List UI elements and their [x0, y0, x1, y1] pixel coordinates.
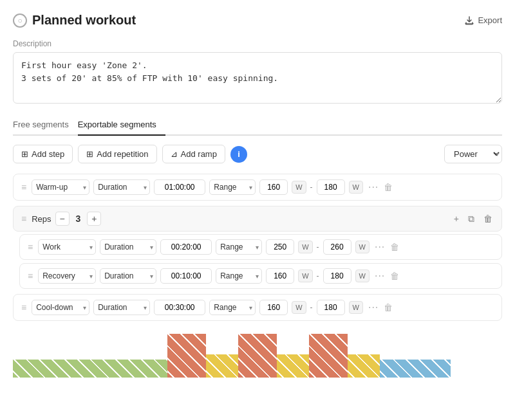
recovery-duration-select[interactable]: Duration — [100, 268, 156, 284]
reps-drag-handle[interactable]: ≡ — [20, 214, 28, 224]
page-header: ○ Planned workout Export — [13, 13, 502, 28]
tabs-bar: Free segments Exportable segments — [13, 116, 502, 136]
recovery-row: ≡ Recovery Duration Range W - W — [19, 263, 502, 289]
warmup-duration-select[interactable]: Duration — [93, 179, 150, 195]
work-row: ≡ Work Duration Range W - W · — [19, 234, 502, 260]
cooldown-duration-wrap: Duration — [93, 300, 150, 315]
cooldown-more-button[interactable]: ··· — [367, 302, 380, 313]
power-select[interactable]: Power — [444, 145, 502, 163]
add-repetition-label: Add repetition — [97, 149, 148, 159]
cooldown-range-wrap: Range — [209, 300, 256, 315]
description-label: Description — [13, 39, 502, 48]
work-delete-button[interactable]: 🗑 — [390, 242, 399, 252]
work-range-select[interactable]: Range — [216, 239, 262, 255]
workout-chart — [13, 326, 502, 378]
reps-count: 3 — [73, 214, 84, 224]
recovery-watt-low[interactable] — [266, 268, 294, 284]
recovery-dash: - — [317, 271, 319, 280]
page-title: Planned workout — [32, 13, 136, 28]
cooldown-row: ≡ Cool-down Duration Range W - W ··· 🗑 — [13, 294, 502, 321]
recovery-range-select[interactable]: Range — [216, 268, 262, 284]
cooldown-watt-low[interactable] — [259, 300, 288, 315]
recovery-more-button[interactable]: ··· — [373, 270, 386, 282]
cooldown-range-select[interactable]: Range — [209, 300, 256, 315]
reps-row: ≡ Reps − 3 + + ⧉ 🗑 — [13, 206, 502, 232]
reps-add-button[interactable]: + — [451, 212, 462, 225]
recovery-delete-button[interactable]: 🗑 — [390, 271, 399, 281]
cooldown-step-select[interactable]: Cool-down — [32, 300, 89, 315]
cooldown-delete-button[interactable]: 🗑 — [384, 302, 393, 313]
reps-label: Reps — [32, 214, 51, 224]
work-w-label2: W — [355, 241, 370, 253]
warmup-delete-button[interactable]: 🗑 — [384, 182, 393, 192]
toolbar: ⊞ Add step ⊞ Add repetition ⊿ Add ramp i… — [13, 145, 502, 163]
work-time-input[interactable] — [160, 239, 212, 255]
cooldown-dash: - — [310, 303, 313, 312]
cooldown-watt-high[interactable] — [317, 300, 345, 315]
work-watt-high[interactable] — [323, 239, 351, 255]
warmup-watt-high[interactable] — [317, 179, 345, 195]
warmup-more-button[interactable]: ··· — [367, 181, 380, 193]
warmup-watt-low[interactable] — [259, 179, 288, 195]
add-ramp-icon: ⊿ — [171, 149, 178, 159]
work-watt-low[interactable] — [266, 239, 294, 255]
cooldown-w-label1: W — [292, 301, 306, 314]
power-select-wrap: Power — [444, 145, 502, 163]
recovery-step-wrap: Recovery — [38, 268, 96, 284]
chart-segment-5 — [309, 334, 348, 378]
description-textarea[interactable]: First hour easy 'Zone 2'. 3 sets of 20' … — [13, 52, 502, 104]
add-step-label: Add step — [32, 149, 64, 159]
status-icon: ○ — [13, 14, 27, 28]
recovery-drag-handle[interactable]: ≡ — [26, 271, 34, 281]
warmup-step-select[interactable]: Warm-up — [32, 179, 89, 195]
recovery-w-label1: W — [298, 269, 312, 282]
warmup-time-input[interactable] — [154, 179, 205, 195]
work-duration-wrap: Duration — [100, 239, 156, 255]
range-type-wrap: Range — [209, 179, 256, 195]
recovery-w-label2: W — [355, 269, 370, 282]
recovery-time-input[interactable] — [160, 268, 212, 284]
cooldown-duration-select[interactable]: Duration — [93, 300, 150, 315]
export-button[interactable]: Export — [464, 15, 502, 26]
work-step-wrap: Work — [38, 239, 96, 255]
chart-segment-6 — [348, 354, 380, 378]
recovery-step-select[interactable]: Recovery — [38, 268, 96, 284]
drag-handle[interactable]: ≡ — [20, 182, 28, 192]
cooldown-step-wrap: Cool-down — [32, 300, 89, 315]
work-step-select[interactable]: Work — [38, 239, 96, 255]
warmup-row: ≡ Warm-up Duration Range W - W ··· 🗑 — [13, 174, 502, 201]
chart-segment-3 — [238, 334, 277, 378]
recovery-watt-high[interactable] — [323, 268, 351, 284]
reps-duplicate-button[interactable]: ⧉ — [465, 212, 477, 226]
reps-delete-button[interactable]: 🗑 — [481, 212, 495, 225]
work-drag-handle[interactable]: ≡ — [26, 242, 34, 252]
add-step-icon: ⊞ — [21, 149, 28, 159]
toolbar-right: Power — [444, 145, 502, 163]
chart-segment-0 — [13, 360, 167, 378]
recovery-duration-wrap: Duration — [100, 268, 156, 284]
cooldown-drag-handle[interactable]: ≡ — [20, 302, 28, 313]
add-repetition-button[interactable]: ⊞ Add repetition — [78, 145, 156, 163]
reps-decrement-button[interactable]: − — [55, 212, 70, 226]
info-button[interactable]: i — [230, 146, 247, 163]
work-more-button[interactable]: ··· — [373, 241, 386, 253]
tab-free-segments[interactable]: Free segments — [13, 116, 78, 136]
step-type-wrap: Warm-up — [32, 179, 89, 195]
add-ramp-button[interactable]: ⊿ Add ramp — [162, 145, 225, 163]
cooldown-time-input[interactable] — [154, 300, 205, 315]
tab-exportable-segments[interactable]: Exportable segments — [78, 116, 165, 136]
header-left: ○ Planned workout — [13, 13, 136, 28]
export-icon — [464, 15, 474, 26]
nested-group: ≡ Work Duration Range W - W · — [19, 234, 502, 289]
warmup-range-select[interactable]: Range — [209, 179, 256, 195]
chart-segment-4 — [277, 354, 309, 378]
chart-segment-7 — [380, 360, 451, 378]
add-step-button[interactable]: ⊞ Add step — [13, 145, 73, 163]
work-w-label1: W — [298, 241, 312, 253]
reps-increment-button[interactable]: + — [87, 212, 101, 226]
work-range-wrap: Range — [216, 239, 262, 255]
warmup-w-label2: W — [349, 181, 363, 194]
work-duration-select[interactable]: Duration — [100, 239, 156, 255]
add-repetition-icon: ⊞ — [86, 149, 93, 159]
chart-segment-1 — [167, 334, 206, 378]
